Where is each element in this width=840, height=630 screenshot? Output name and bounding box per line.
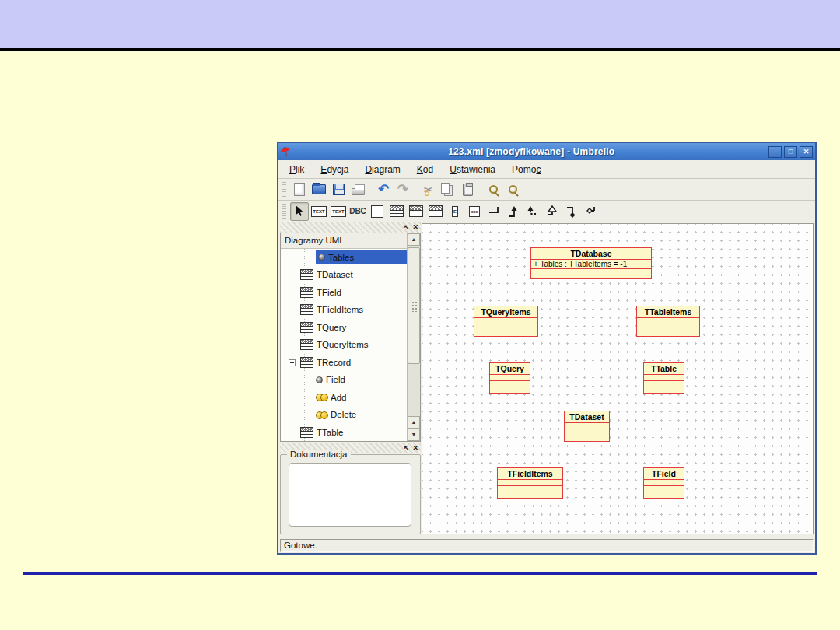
undo-button[interactable]: ↶ [374,180,393,199]
note-tool-button[interactable]: TEXT [329,202,348,221]
box-tool-icon [371,205,383,218]
paste-button[interactable] [458,180,477,199]
menu-edycja[interactable]: Edycja [320,164,348,175]
uml-class-ttable[interactable]: TTable [643,362,684,394]
datatype-tool-button[interactable] [426,202,445,221]
maximize-button[interactable]: □ [784,146,797,158]
tree-item-trecord[interactable]: TRecord [281,354,407,372]
window-title: 123.xmi [zmodyfikowane] - Umbrello [294,146,768,157]
dock-float-icon[interactable]: ↖ [404,224,410,231]
tree-branch-line [305,415,316,415]
package-tool-button[interactable]: xxx [465,202,484,221]
slide-bottom-rule [23,572,817,575]
class-attributes-compartment [490,374,530,380]
class-attributes-compartment [644,374,684,380]
expander-minus-icon[interactable] [289,359,296,366]
uml-class-tdatabase[interactable]: TDatabase+ Tables : TTableItems = -1 [530,247,652,279]
documentation-textarea[interactable] [289,463,411,527]
tree-item-add[interactable]: Add [281,389,407,407]
uml-class-tqueryitems[interactable]: TQueryItems [474,306,538,337]
tree-branch-line [305,397,316,397]
title-bar[interactable]: ☂ 123.xmi [zmodyfikowane] - Umbrello – □… [278,143,815,160]
class-icon [300,322,313,333]
save-button[interactable] [329,180,348,199]
select-button[interactable] [290,202,309,221]
association-tool-button[interactable] [485,202,503,221]
new-button[interactable] [290,180,309,199]
tree-item-delete[interactable]: Delete [281,406,407,424]
tree-item-tquery[interactable]: TQuery [281,319,407,337]
close-button[interactable]: ✕ [800,146,813,158]
menu-pomoc[interactable]: Pomoc [512,164,541,175]
class-name: TField [644,468,684,479]
open-button[interactable] [310,180,328,199]
tree-item-field[interactable]: Field [281,371,407,389]
tree-item-tfield[interactable]: TField [281,284,407,302]
tree-branch-line [292,327,300,327]
tree-item-ttable[interactable]: TTable [281,424,407,442]
redo-button[interactable]: ↷ [394,180,412,199]
uml-class-tfield[interactable]: TField [643,467,684,499]
dock-float-icon[interactable]: ↖ [404,445,410,452]
scrollbar-thumb[interactable] [408,247,420,364]
tree-item-tdataset[interactable]: TDataset [281,266,407,284]
uni-association-tool-button[interactable] [504,202,523,221]
uml-class-tquery[interactable]: TQuery [489,362,530,394]
menu-ustawienia[interactable]: Ustawienia [450,164,495,175]
box-tool-button[interactable] [368,202,387,221]
presentation-slide: ☂ 123.xmi [zmodyfikowane] - Umbrello – □… [0,0,840,630]
diagram-toolbar: TEXTTEXTDBCExxx [278,201,815,222]
dock-close-icon[interactable]: ✕ [412,445,418,452]
scrollbar-track[interactable] [408,246,420,416]
class-tool-button[interactable] [387,202,406,221]
uml-class-ttableitems[interactable]: TTableItems [636,306,700,337]
generalization-tool-button[interactable] [543,202,562,221]
cut-button[interactable]: ✂ [419,180,438,199]
zoom-out-button[interactable] [503,180,522,199]
tree-scrollbar[interactable]: ▲ ▲ ▼ [407,233,420,441]
scroll-up-icon[interactable]: ▲ [408,233,420,246]
instance-icon [316,376,323,383]
tree-item-label: Add [327,392,349,403]
toolbar-drag-handle[interactable] [282,182,286,198]
tree-item-label: TQuery [313,322,349,333]
zoom-in-icon [489,185,498,194]
tree-item-tables[interactable]: Tables [281,249,407,267]
dependency-tool-button[interactable] [523,202,542,221]
class-operations-compartment [637,324,699,336]
uml-class-tfielditems[interactable]: TFieldItems [497,467,563,499]
class-attributes-compartment [474,317,537,324]
minimize-button[interactable]: – [768,146,782,158]
tree-branch-line [292,292,300,292]
print-button[interactable] [348,180,367,199]
menu-kod[interactable]: Kod [417,164,433,175]
select-icon [296,206,304,217]
tree-item-label: Field [323,374,348,385]
uml-class-tdataset[interactable]: TDataset [564,411,610,442]
umbrello-window: ☂ 123.xmi [zmodyfikowane] - Umbrello – □… [277,142,817,555]
selection-highlight: Tables [316,250,407,264]
tree-item-tqueryitems[interactable]: TQueryItems [281,336,407,354]
enum-tool-icon: E [452,206,458,217]
tree-dock-handle[interactable]: ↖ ✕ [280,222,421,233]
copy-icon [441,183,450,194]
toolbar-drag-handle[interactable] [282,204,286,219]
tree-item-tfielditems[interactable]: TFieldItems [281,301,407,319]
menu-diagram[interactable]: Diagram [365,164,400,175]
scroll-down-icon[interactable]: ▼ [408,429,420,441]
diagram-canvas[interactable]: TDatabase+ Tables : TTableItems = -1TQue… [422,223,814,534]
class-name: TQuery [490,363,530,374]
dbc-tool-button[interactable]: DBC [348,202,367,221]
text-tool-button[interactable]: TEXT [310,202,328,221]
composition-tool-button[interactable] [562,202,581,221]
copy-button[interactable] [439,180,457,199]
enum-tool-button[interactable]: E [446,202,464,221]
menu-plik[interactable]: Plik [289,164,304,175]
aggregation-tool-button[interactable] [582,202,600,221]
object-tool-button[interactable] [407,202,425,221]
zoom-in-button[interactable] [484,180,502,199]
dock-close-icon[interactable]: ✕ [412,224,418,231]
tree-header[interactable]: Diagramy UML [281,233,407,249]
class-operations-compartment [474,324,537,336]
scroll-up2-icon[interactable]: ▲ [408,416,420,429]
